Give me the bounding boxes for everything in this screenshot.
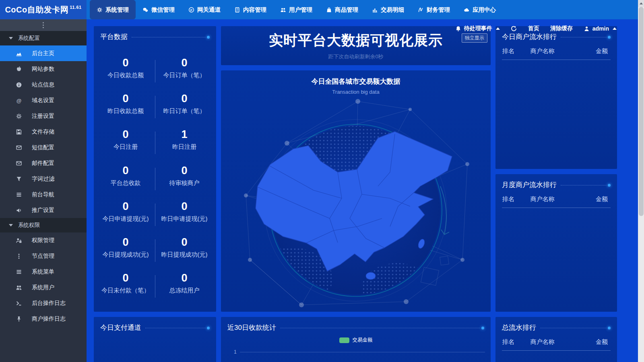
home-link[interactable]: 首页 [528, 25, 539, 32]
nav-item-system[interactable]: 系统管理 [90, 0, 136, 19]
nav-item-transactions[interactable]: 交易明细 [365, 0, 411, 19]
sidebar-item-admin-log[interactable]: 后台操作日志 [0, 295, 87, 311]
pending-events-button[interactable]: 待处理事件 独立显示 [455, 25, 500, 32]
sidebar-item-word-filter[interactable]: 字词过滤 [0, 171, 87, 187]
wechat-icon [142, 7, 149, 13]
top-navigation-bar: CoCo自助发卡网 11.61 系统管理 微信管理 网关通道 内容管理 用户管理… [0, 0, 638, 19]
legend-swatch-green [339, 337, 349, 343]
sidebar-item-domain-settings[interactable]: 域名设置 [0, 93, 87, 108]
sidebar-item-merchant-log[interactable]: 商户操作日志 [0, 311, 87, 327]
stat-today-register: 0今日注册 [96, 128, 155, 150]
nav-item-content[interactable]: 内容管理 [227, 0, 273, 19]
header-controls: 待处理事件 独立显示 首页 清除缓存 admin [455, 25, 617, 32]
sidebar-item-permission-mgmt[interactable]: 权限管理 [0, 232, 87, 248]
gear-icon [97, 7, 103, 13]
rank-table-header: 排名 商户名称 金额 [495, 41, 617, 60]
nav-item-finance[interactable]: 财务管理 [411, 0, 457, 19]
nav-item-wechat[interactable]: 微信管理 [136, 0, 182, 19]
sidebar-item-site-info[interactable]: 站点信息 [0, 77, 87, 93]
hainan-island [366, 272, 376, 280]
user-menu[interactable]: admin [584, 25, 617, 32]
refresh-button[interactable] [511, 25, 517, 32]
sidebar-item-node-mgmt[interactable]: 节点管理 [0, 248, 87, 264]
monthly-merchant-rank-panel: 月度商户流水排行 排名 商户名称 金额 [495, 174, 617, 312]
sidebar-item-dashboard[interactable]: 后台主页 [0, 45, 87, 61]
sidebar-item-front-nav[interactable]: 前台导航 [0, 187, 87, 202]
app-logo: CoCo自助发卡网 11.61 [0, 0, 87, 19]
title-end-dot [207, 36, 210, 39]
list-icon [16, 191, 22, 198]
vertical-dots-icon [16, 253, 22, 259]
bell-icon [455, 26, 461, 32]
divider [502, 350, 611, 351]
finance-icon [418, 7, 424, 13]
bar-chart-icon [372, 7, 378, 13]
refresh-countdown: 距下次自动刷新剩余0秒 [328, 53, 383, 60]
floppy-icon [16, 129, 22, 135]
title-dotted-line [132, 37, 206, 37]
envelope-icon [16, 160, 22, 167]
title-dotted-line [561, 37, 607, 37]
today-merchant-rank-panel: 今日商户流水排行 排名 商户名称 金额 [495, 26, 617, 169]
income-30days-panel: 近30日收款统计 交易金额 1 [221, 317, 491, 362]
title-dotted-line [280, 328, 480, 328]
nav-item-users[interactable]: 用户管理 [273, 0, 319, 19]
sidebar-item-site-params[interactable]: 网站参数 [0, 61, 87, 77]
envelope-icon [16, 144, 22, 151]
sidebar-item-register-settings[interactable]: 注册设置 [0, 108, 87, 124]
sidebar-item-mail-config[interactable]: 邮件配置 [0, 155, 87, 171]
document-icon [234, 7, 240, 13]
title-dotted-line [561, 185, 607, 185]
panel-title: 平台数据 [100, 32, 128, 41]
map-title: 今日全国各城市交易额大数据 [221, 77, 491, 86]
panel-title: 总流水排行 [502, 323, 536, 332]
stat-row: 0今日收款总额 0今日订单（笔） [96, 57, 214, 79]
users-icon [16, 284, 22, 291]
users-icon [280, 7, 286, 13]
chart-legend[interactable]: 交易金额 [221, 337, 491, 343]
refresh-icon [511, 25, 517, 32]
title-end-dot [207, 327, 210, 329]
sidebar-item-system-menu[interactable]: 系统菜单 [0, 264, 87, 280]
stat-today-income: 0今日收款总额 [96, 57, 155, 79]
scrollbar-thumb[interactable] [639, 7, 644, 216]
sidebar-item-sms-config[interactable]: 短信配置 [0, 140, 87, 155]
chevron-up-icon [613, 27, 617, 30]
arrow-up-icon [640, 2, 643, 4]
sidebar-section-system-permissions[interactable]: 系统权限 [0, 218, 87, 232]
stat-yesterday-income: 0昨日收款总额 [96, 93, 155, 115]
at-icon [16, 97, 22, 104]
user-icon [584, 26, 590, 32]
nav-item-gateway[interactable]: 网关通道 [182, 0, 227, 19]
page-scrollbar[interactable] [638, 0, 644, 362]
nav-item-appcenter[interactable]: 应用中心 [457, 0, 503, 19]
stat-yesterday-withdraw-request: 0昨日申请提现(元) [155, 200, 214, 222]
stat-total-income: 0平台总收款 [96, 165, 155, 187]
hero-title-panel: 实时平台大数据可视化展示 距下次自动刷新剩余0秒 [221, 26, 491, 65]
stat-row: 0今日注册 1昨日注册 [96, 128, 214, 150]
main-nav: 系统管理 微信管理 网关通道 内容管理 用户管理 商品管理 交易明细 财务管理 … [90, 0, 503, 19]
stat-yesterday-orders: 0昨日订单（笔） [155, 93, 214, 115]
stat-frozen-users: 0总冻结用户 [155, 272, 214, 294]
clear-cache-link[interactable]: 清除缓存 [550, 25, 573, 32]
sidebar-section-system-config[interactable]: 系统配置 [0, 31, 87, 45]
pin-icon [16, 316, 22, 322]
y-axis-tick: 1 [234, 349, 237, 355]
megaphone-icon [16, 207, 22, 214]
nav-item-products[interactable]: 商品管理 [319, 0, 365, 19]
sidebar-item-promo-settings[interactable]: 推广设置 [0, 202, 87, 218]
app-version: 11.61 [70, 5, 81, 10]
sidebar-item-system-users[interactable]: 系统用户 [0, 280, 87, 295]
sidebar-collapse-handle[interactable] [0, 19, 87, 31]
china-map-visualization[interactable] [221, 96, 491, 312]
stat-row: 0今日提现成功(元) 0昨日提现成功(元) [96, 236, 214, 258]
drag-handle-icon [43, 25, 44, 26]
filter-icon [16, 176, 22, 182]
stat-row: 0平台总收款 0待审核商户 [96, 165, 214, 187]
scrollbar-up-button[interactable] [638, 0, 644, 7]
panel-title: 月度商户流水排行 [502, 180, 557, 189]
total-flow-rank-panel: 总流水排行 排名 商户名称 金额 [495, 317, 617, 362]
pending-standalone-badge[interactable]: 独立显示 [462, 33, 487, 43]
map-subtitle: Transaction big data [221, 89, 491, 95]
sidebar-item-file-storage[interactable]: 文件存储 [0, 124, 87, 140]
